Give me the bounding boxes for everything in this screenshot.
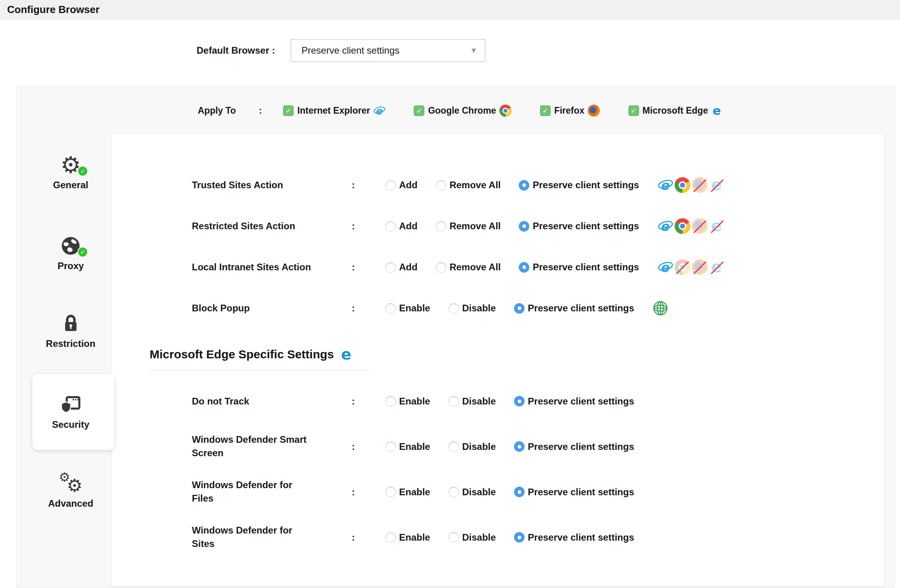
- radio-unselected[interactable]: [448, 487, 459, 497]
- svg-text:e: e: [660, 219, 669, 234]
- apply-to-google-chrome[interactable]: ✓Google Chrome: [414, 105, 512, 117]
- option-disable[interactable]: Disable: [448, 532, 496, 543]
- sidebar-item-proxy[interactable]: ✓Proxy: [27, 233, 114, 272]
- apply-to-browser-list: ✓Internet Explorer e✓Google Chrome✓Firef…: [283, 105, 752, 117]
- caret-down-icon[interactable]: ▼: [471, 47, 476, 54]
- radio-unselected[interactable]: [436, 221, 446, 232]
- sidebar-item-general[interactable]: ⚙✓General: [27, 152, 114, 191]
- configure-browser-panel: Apply To : ✓Internet Explorer e✓Google C…: [16, 86, 895, 588]
- sidebar-item-security[interactable]: Security: [27, 392, 114, 430]
- page-header: Configure Browser: [0, 0, 900, 20]
- option-enable[interactable]: Enable: [385, 487, 430, 498]
- option-enable[interactable]: Enable: [385, 441, 430, 452]
- radio-unselected[interactable]: [436, 180, 446, 191]
- radio-unselected[interactable]: [385, 532, 396, 543]
- svg-text:e: e: [711, 177, 722, 193]
- radio-selected[interactable]: [514, 441, 525, 452]
- setting-label: Block Popup: [192, 301, 316, 315]
- radio-selected[interactable]: [519, 262, 529, 273]
- checkbox-checked[interactable]: ✓: [540, 105, 551, 116]
- option-add[interactable]: Add: [385, 221, 418, 232]
- radio-unselected[interactable]: [385, 303, 396, 314]
- option-enable[interactable]: Enable: [385, 532, 430, 543]
- option-disable[interactable]: Disable: [448, 441, 496, 452]
- setting-separator: :: [352, 396, 355, 407]
- option-disable[interactable]: Disable: [448, 487, 496, 498]
- setting-row-windows-defender-for-files: Windows Defender for Files:EnableDisable…: [112, 469, 884, 515]
- edge-section-divider: [150, 370, 369, 371]
- option-disable[interactable]: Disable: [448, 396, 496, 407]
- option-disable[interactable]: Disable: [448, 303, 496, 314]
- sidebar-item-label: Restriction: [27, 338, 114, 349]
- internet-explorer-icon: e: [657, 177, 673, 193]
- svg-text:e: e: [711, 218, 722, 234]
- radio-unselected[interactable]: [448, 441, 459, 452]
- setting-label: Do not Track: [192, 394, 316, 408]
- option-preserve-client-settings[interactable]: Preserve client settings: [519, 180, 639, 191]
- default-browser-select[interactable]: Preserve client settings ▼: [291, 39, 486, 62]
- radio-unselected[interactable]: [448, 303, 459, 314]
- radio-unselected[interactable]: [436, 262, 446, 273]
- radio-selected[interactable]: [514, 532, 525, 543]
- option-preserve-client-settings[interactable]: Preserve client settings: [514, 532, 634, 543]
- radio-unselected[interactable]: [385, 262, 396, 273]
- globe-icon: ✓: [27, 233, 114, 258]
- setting-options: EnableDisablePreserve client settings: [385, 441, 652, 452]
- sidebar-item-advanced[interactable]: ⚙⚙Advanced: [27, 471, 114, 509]
- option-label: Preserve client settings: [532, 262, 639, 273]
- option-remove-all[interactable]: Remove All: [436, 262, 501, 273]
- option-label: Preserve client settings: [528, 396, 634, 407]
- radio-selected[interactable]: [514, 487, 525, 497]
- option-label: Disable: [462, 441, 496, 452]
- checkbox-checked[interactable]: ✓: [414, 105, 424, 116]
- radio-unselected[interactable]: [385, 441, 396, 452]
- sidebar-item-restriction[interactable]: Restriction: [27, 311, 114, 349]
- option-enable[interactable]: Enable: [385, 396, 430, 407]
- option-enable[interactable]: Enable: [385, 303, 430, 314]
- option-remove-all[interactable]: Remove All: [436, 221, 501, 232]
- browser-label: Firefox: [554, 105, 585, 116]
- option-preserve-client-settings[interactable]: Preserve client settings: [519, 221, 639, 232]
- radio-selected[interactable]: [514, 396, 525, 406]
- svg-text:e: e: [712, 105, 721, 117]
- radio-selected[interactable]: [519, 180, 529, 191]
- option-preserve-client-settings[interactable]: Preserve client settings: [519, 262, 639, 273]
- option-label: Remove All: [450, 221, 501, 232]
- radio-selected[interactable]: [514, 303, 525, 314]
- browser-label: Google Chrome: [428, 105, 496, 116]
- default-browser-row: Default Browser : Preserve client settin…: [197, 39, 486, 62]
- option-add[interactable]: Add: [385, 180, 418, 191]
- svg-text:e: e: [660, 260, 669, 275]
- setting-separator: :: [352, 532, 355, 543]
- option-label: Preserve client settings: [528, 532, 634, 543]
- apply-to-internet-explorer[interactable]: ✓Internet Explorer e: [283, 105, 385, 117]
- general-security-rows: Trusted Sites Action:AddRemove AllPreser…: [112, 165, 884, 329]
- browser-label: Microsoft Edge: [643, 105, 708, 116]
- option-label: Preserve client settings: [528, 441, 634, 452]
- option-preserve-client-settings[interactable]: Preserve client settings: [514, 303, 634, 314]
- option-label: Add: [399, 180, 418, 191]
- option-label: Disable: [462, 487, 496, 498]
- option-preserve-client-settings[interactable]: Preserve client settings: [514, 396, 634, 407]
- checkbox-checked[interactable]: ✓: [628, 105, 639, 116]
- option-label: Remove All: [450, 180, 501, 191]
- option-label: Disable: [462, 396, 496, 407]
- edge-icon-not-supported: e: [709, 218, 725, 234]
- radio-unselected[interactable]: [448, 532, 459, 543]
- setting-label: Windows Defender Smart Screen: [192, 433, 316, 461]
- option-preserve-client-settings[interactable]: Preserve client settings: [514, 441, 634, 452]
- apply-to-firefox[interactable]: ✓Firefox: [540, 105, 600, 117]
- apply-to-microsoft-edge[interactable]: ✓Microsoft Edge e: [628, 105, 724, 117]
- apply-to-row: Apply To : ✓Internet Explorer e✓Google C…: [198, 101, 752, 120]
- radio-unselected[interactable]: [385, 180, 396, 191]
- radio-unselected[interactable]: [385, 221, 396, 232]
- radio-unselected[interactable]: [385, 396, 396, 406]
- radio-unselected[interactable]: [385, 487, 396, 497]
- option-add[interactable]: Add: [385, 262, 418, 273]
- radio-selected[interactable]: [519, 221, 529, 232]
- checkbox-checked[interactable]: ✓: [283, 105, 294, 116]
- setting-label: Local Intranet Sites Action: [192, 260, 316, 274]
- radio-unselected[interactable]: [448, 396, 459, 406]
- option-remove-all[interactable]: Remove All: [436, 180, 501, 191]
- option-preserve-client-settings[interactable]: Preserve client settings: [514, 487, 634, 498]
